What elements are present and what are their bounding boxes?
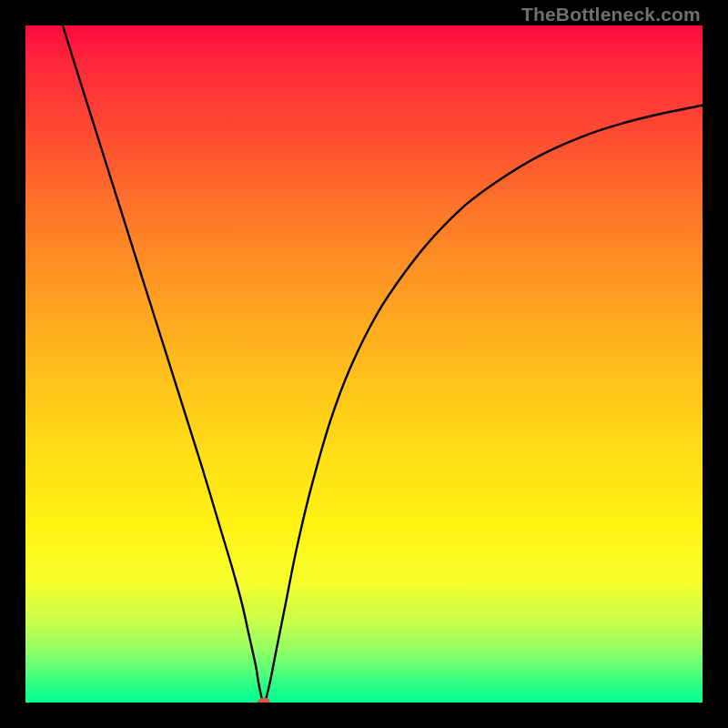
minimum-marker: [258, 698, 270, 703]
bottleneck-curve: [25, 25, 703, 703]
chart-frame: TheBottleneck.com: [0, 0, 728, 728]
plot-area: [25, 25, 703, 703]
watermark-text: TheBottleneck.com: [521, 4, 701, 25]
